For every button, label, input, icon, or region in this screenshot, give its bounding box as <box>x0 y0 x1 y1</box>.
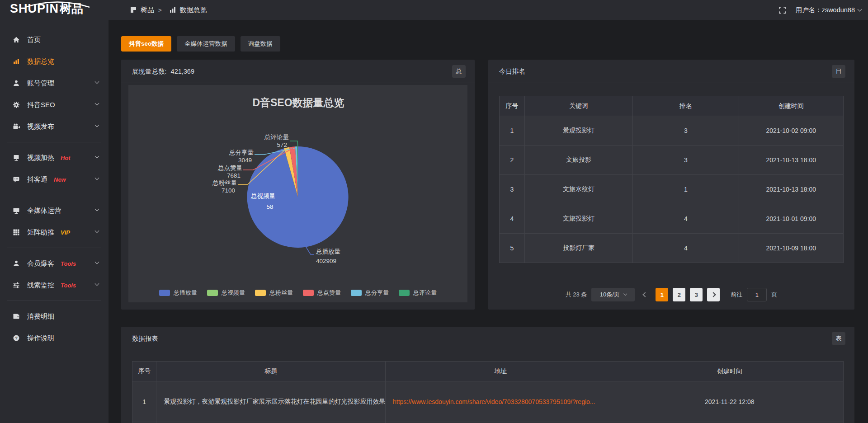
sidebar-item-douyin-seo[interactable]: 抖音SEO <box>0 94 108 115</box>
tools-badge: Tools <box>61 282 76 289</box>
fullscreen-icon[interactable] <box>779 7 786 14</box>
report-table: 序号 标题 地址 创建时间 1 景观投影灯，夜游景观投影灯厂家展示展示落花灯在花… <box>132 361 844 423</box>
home-icon <box>12 36 20 43</box>
day-view-button[interactable]: 日 <box>832 65 845 78</box>
sidebar-item-home[interactable]: 首页 <box>0 29 108 50</box>
pagination: 共 23 条 10条/页 1 2 3 前往 页 <box>488 288 854 301</box>
legend-swatch <box>207 290 218 296</box>
pie-chart-area: D音SEO数据量总览 总评论量 572 总分享 <box>128 85 467 302</box>
legend-swatch <box>351 290 362 296</box>
table-row[interactable]: 5 投影灯厂家 4 2021-10-09 18:00 <box>500 234 844 263</box>
table-view-button[interactable]: 表 <box>832 332 845 345</box>
legend-item-shares[interactable]: 总分享量 <box>351 289 389 297</box>
ranking-title: 今日排名 <box>499 68 525 75</box>
sidebar-item-data-overview[interactable]: 数据总览 <box>0 51 108 72</box>
tab-douyin-seo-data[interactable]: 抖音seo数据 <box>121 36 171 52</box>
table-row[interactable]: 4 文旅投影灯 4 2021-10-01 09:00 <box>500 204 844 234</box>
next-page-button[interactable] <box>707 288 720 301</box>
label-play-value: 402909 <box>316 258 336 264</box>
table-row[interactable]: 1 景观投影灯 3 2021-10-02 09:00 <box>500 116 844 146</box>
sidebar-item-matrix-boost[interactable]: 矩阵助推 VIP <box>0 222 108 243</box>
page-button-2[interactable]: 2 <box>673 288 685 301</box>
cell-rank: 4 <box>633 234 739 263</box>
sidebar-item-label: 全媒体运营 <box>27 207 61 215</box>
goto-suffix: 页 <box>771 291 777 299</box>
prev-page-button[interactable] <box>639 288 651 301</box>
breadcrumb-current[interactable]: 数据总览 <box>180 6 207 14</box>
data-tabs: 抖音seo数据 全媒体运营数据 询盘数据 <box>121 36 280 52</box>
legend-item-play[interactable]: 总播放量 <box>159 289 197 297</box>
app-logo: SHUPIN树品 <box>10 1 108 20</box>
cell-keyword: 文旅投影灯 <box>524 204 633 234</box>
chevron-down-icon <box>95 80 99 84</box>
page-size-select[interactable]: 10条/页 <box>591 288 635 301</box>
legend-label: 总评论量 <box>413 289 437 297</box>
legend-item-likes[interactable]: 总点赞量 <box>303 289 341 297</box>
sidebar-item-member-baoke[interactable]: 会员爆客 Tools <box>0 253 108 274</box>
app-root: SHUPIN树品 树品 > 数据总览 用户名：zswodun88 首页 数据总览 <box>0 0 868 423</box>
page-size-value: 10条/页 <box>600 291 620 299</box>
cell-rank: 3 <box>633 116 739 146</box>
user-menu[interactable]: 用户名：zswodun88 <box>796 6 861 14</box>
label-shares-name: 总分享量 <box>229 149 254 156</box>
sidebar-item-douketong[interactable]: 抖客通 New <box>0 169 108 190</box>
sidebar-item-expense-detail[interactable]: 消费明细 <box>0 306 108 327</box>
cell-seq: 2 <box>500 146 525 175</box>
cell-seq: 3 <box>500 175 525 204</box>
chevron-down-icon <box>858 7 862 11</box>
sidebar-item-label: 抖音SEO <box>27 101 55 109</box>
grid-icon <box>12 229 20 236</box>
legend-swatch <box>303 290 314 296</box>
hot-badge: Hot <box>61 155 71 161</box>
seo-pie-chart[interactable]: D音SEO数据量总览 总评论量 572 总分享 <box>128 85 467 288</box>
cell-created: 2021-11-22 12:08 <box>616 381 843 422</box>
tab-media-operation-data[interactable]: 全媒体运营数据 <box>177 36 235 52</box>
form-icon <box>130 7 137 13</box>
table-row[interactable]: 3 文旅水纹灯 1 2021-10-13 18:00 <box>500 175 844 204</box>
chevron-left-icon <box>643 292 648 297</box>
sidebar-item-video-heat[interactable]: 视频加热 Hot <box>0 147 108 168</box>
label-likes-name: 总点赞量 <box>217 164 242 171</box>
tab-inquiry-data[interactable]: 询盘数据 <box>241 36 280 52</box>
username-label: 用户名： <box>796 6 822 14</box>
total-view-button[interactable]: 总 <box>452 65 466 78</box>
sidebar-item-label: 消费明细 <box>27 312 54 321</box>
sidebar-divider <box>7 248 101 248</box>
video-link[interactable]: https://www.iesdouyin.com/share/video/70… <box>393 398 595 405</box>
sidebar-item-video-publish[interactable]: 视频发布 <box>0 116 108 137</box>
label-comments-value: 572 <box>277 141 287 148</box>
sidebar-item-account[interactable]: 账号管理 <box>0 73 108 94</box>
legend-item-videos[interactable]: 总视频量 <box>207 289 245 297</box>
ranking-panel-header: 今日排名 日 <box>488 60 854 83</box>
overview-panel-header: 展现量总数: 421,369 总 <box>121 60 475 83</box>
cell-created: 2021-10-09 18:00 <box>739 234 843 263</box>
page-button-1[interactable]: 1 <box>656 288 668 301</box>
legend-label: 总点赞量 <box>317 289 341 297</box>
sidebar-item-clue-monitor[interactable]: 线索监控 Tools <box>0 275 108 296</box>
legend-item-comments[interactable]: 总评论量 <box>399 289 437 297</box>
goto-page-input[interactable] <box>747 288 767 301</box>
sidebar-nav: 首页 数据总览 账号管理 抖音SEO 视频发布 视频加热 Hot <box>0 20 108 423</box>
cell-keyword: 文旅投影 <box>524 146 633 175</box>
sidebar-item-label: 操作说明 <box>27 334 54 343</box>
sidebar-item-media-operation[interactable]: 全媒体运营 <box>0 200 108 221</box>
chart-legend: 总播放量 总视频量 总粉丝量 总点赞量 总分享量 总评论量 <box>128 289 467 297</box>
user-icon <box>12 80 20 87</box>
sidebar-item-instructions[interactable]: ? 操作说明 <box>0 328 108 348</box>
tablet-icon <box>12 154 20 161</box>
table-row[interactable]: 1 景观投影灯，夜游景观投影灯厂家展示展示落花灯在花园里的灯光投影应用效果 # … <box>132 381 844 422</box>
breadcrumb: 树品 > 数据总览 <box>130 0 207 20</box>
label-videos-value: 58 <box>266 203 273 210</box>
table-row[interactable]: 2 文旅投影 3 2021-10-13 18:00 <box>500 146 844 175</box>
page-button-3[interactable]: 3 <box>690 288 703 301</box>
cell-created: 2021-10-13 18:00 <box>739 175 843 204</box>
sidebar-divider <box>7 142 101 142</box>
new-badge: New <box>54 176 66 183</box>
legend-label: 总粉丝量 <box>269 289 293 297</box>
chevron-down-icon <box>95 229 99 233</box>
breadcrumb-root[interactable]: 树品 <box>141 6 154 14</box>
chevron-down-icon <box>95 207 99 212</box>
overview-total-value: 421,369 <box>171 68 194 75</box>
legend-item-fans[interactable]: 总粉丝量 <box>255 289 293 297</box>
col-title: 标题 <box>156 362 386 381</box>
